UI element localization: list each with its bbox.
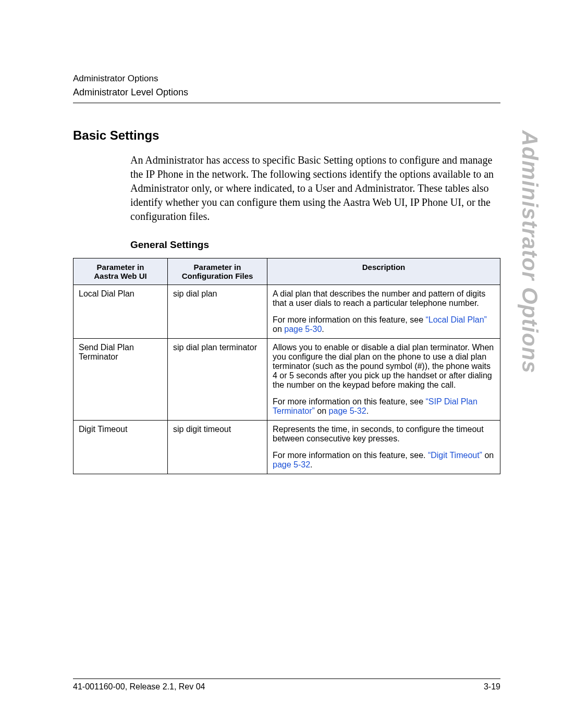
page-footer: 41-001160-00, Release 2.1, Rev 04 3-19 <box>73 678 500 692</box>
more-prefix: For more information on this feature, se… <box>273 315 425 324</box>
cell-web-ui: Digit Timeout <box>74 421 168 474</box>
tail-text: . <box>322 325 324 334</box>
section-heading: Basic Settings <box>73 128 500 143</box>
cell-description: A dial plan that describes the number an… <box>267 285 500 339</box>
cell-description: Represents the time, in seconds, to conf… <box>267 421 500 474</box>
desc-more-info: For more information on this feature, se… <box>273 397 495 416</box>
footer-docid: 41-001160-00, Release 2.1, Rev 04 <box>73 682 205 692</box>
desc-more-info: For more information on this feature, se… <box>273 451 495 470</box>
header-chapter: Administrator Options <box>73 73 500 85</box>
footer-rule <box>73 678 500 679</box>
more-prefix: For more information on this feature, se… <box>273 451 428 460</box>
desc-text: A dial plan that describes the number an… <box>273 289 495 308</box>
cell-config: sip dial plan <box>168 285 267 339</box>
general-settings-table: Parameter in Aastra Web UI Parameter in … <box>73 258 500 474</box>
more-prefix: For more information on this feature, se… <box>273 397 425 406</box>
footer-page-number: 3-19 <box>484 682 500 692</box>
subsection-heading: General Settings <box>130 239 500 251</box>
intro-paragraph: An Administrator has access to specific … <box>130 153 500 224</box>
table-row: Digit Timeout sip digit timeout Represen… <box>74 421 500 474</box>
col-header-description: Description <box>267 258 500 285</box>
col-header-line: Parameter in <box>194 263 241 272</box>
tail-text: . <box>310 460 312 469</box>
page-link[interactable]: page 5-32 <box>273 460 310 469</box>
page-link[interactable]: page 5-30 <box>284 325 322 334</box>
col-header-web-ui: Parameter in Aastra Web UI <box>74 258 168 285</box>
table-header-row: Parameter in Aastra Web UI Parameter in … <box>74 258 500 285</box>
on-text: on <box>315 406 329 415</box>
col-header-config-files: Parameter in Configuration Files <box>168 258 267 285</box>
col-header-line: Parameter in <box>97 263 144 272</box>
xref-link[interactable]: “Local Dial Plan” <box>425 315 486 324</box>
cell-config: sip dial plan terminator <box>168 339 267 421</box>
cell-config: sip digit timeout <box>168 421 267 474</box>
desc-more-info: For more information on this feature, se… <box>273 315 495 334</box>
cell-web-ui: Local Dial Plan <box>74 285 168 339</box>
page-header: Administrator Options Administrator Leve… <box>73 73 500 103</box>
desc-text: Represents the time, in seconds, to conf… <box>273 425 495 443</box>
on-text: on <box>273 325 284 334</box>
table-row: Local Dial Plan sip dial plan A dial pla… <box>74 285 500 339</box>
xref-link[interactable]: “Digit Timeout” <box>428 451 482 460</box>
on-text: on <box>482 451 494 460</box>
cell-web-ui: Send Dial Plan Terminator <box>74 339 168 421</box>
side-tab-label: Administrator Options <box>517 130 542 374</box>
header-section: Administrator Level Options <box>73 86 500 98</box>
desc-text: Allows you to enable or disable a dial p… <box>273 343 495 390</box>
col-header-line: Configuration Files <box>182 272 253 280</box>
cell-description: Allows you to enable or disable a dial p… <box>267 339 500 421</box>
table-row: Send Dial Plan Terminator sip dial plan … <box>74 339 500 421</box>
header-rule <box>73 103 500 103</box>
page-link[interactable]: page 5-32 <box>329 406 366 415</box>
tail-text: . <box>366 406 369 415</box>
col-header-line: Aastra Web UI <box>94 272 146 280</box>
